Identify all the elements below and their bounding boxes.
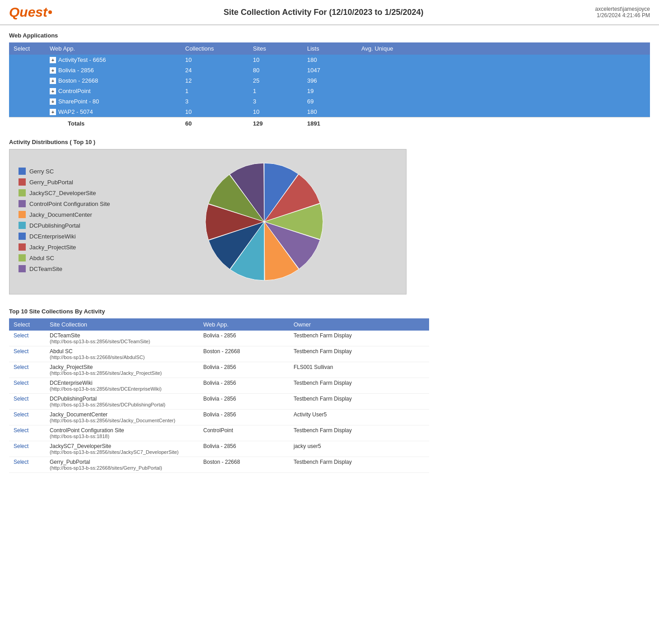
top10-webapp-cell: Bolivia - 2856 bbox=[199, 410, 289, 425]
totals-label: Totals bbox=[45, 117, 181, 130]
webapp-row-select bbox=[9, 55, 45, 65]
legend-label: DCEnterpriseWiki bbox=[29, 233, 76, 240]
user-info: axcelertest\jamesjoyce 1/26/2024 4:21:46… bbox=[595, 6, 650, 19]
top10-owner-cell: Testbench Farm Display bbox=[289, 425, 429, 441]
totals-avg bbox=[357, 117, 650, 130]
legend-item: DCPublishingPortal bbox=[19, 222, 118, 229]
select-link[interactable]: Select bbox=[14, 411, 28, 418]
top10-owner-cell: Testbench Farm Display bbox=[289, 346, 429, 362]
webapp-row-name: +Boston - 22668 bbox=[45, 75, 181, 86]
site-name: DCPublishingPortal bbox=[50, 396, 194, 402]
webapp-row-sites: 10 bbox=[248, 107, 303, 117]
webapp-row-collections: 10 bbox=[181, 107, 248, 117]
top10-owner-cell: Testbench Farm Display bbox=[289, 394, 429, 410]
top10-col-owner: Owner bbox=[289, 318, 429, 331]
site-name: ControlPoint Configuration Site bbox=[50, 427, 194, 434]
webapp-row-lists: 180 bbox=[303, 107, 357, 117]
legend-color bbox=[19, 233, 26, 240]
select-link[interactable]: Select bbox=[14, 380, 28, 386]
select-link[interactable]: Select bbox=[14, 443, 28, 449]
webapp-row-avg bbox=[357, 55, 650, 65]
select-link[interactable]: Select bbox=[14, 459, 28, 465]
legend-item: Gerry SC bbox=[19, 168, 118, 175]
expand-icon[interactable]: + bbox=[50, 57, 56, 63]
web-apps-header-row: Select Web App. Collections Sites Lists … bbox=[9, 42, 650, 55]
site-name: Abdul SC bbox=[50, 348, 194, 355]
top10-select-cell: Select bbox=[9, 394, 45, 410]
select-link[interactable]: Select bbox=[14, 364, 28, 370]
site-url: (http://bos-sp13-b-ss:2856/sites/Jacky_P… bbox=[50, 370, 194, 376]
webapp-row-lists: 396 bbox=[303, 75, 357, 86]
top10-row: Select JackySC7_DeveloperSite (http://bo… bbox=[9, 441, 429, 457]
legend-label: ControlPoint Configuration Site bbox=[29, 201, 110, 207]
select-link[interactable]: Select bbox=[14, 348, 28, 355]
legend-label: Jacky_ProjectSite bbox=[29, 244, 76, 251]
col-collections: Collections bbox=[181, 42, 248, 55]
webapp-row-lists: 19 bbox=[303, 86, 357, 96]
top10-webapp-cell: Bolivia - 2856 bbox=[199, 394, 289, 410]
expand-icon[interactable]: + bbox=[50, 78, 56, 84]
site-url: (http://bos-sp13-b-ss:22668/sites/Gerry_… bbox=[50, 465, 194, 471]
totals-empty bbox=[9, 117, 45, 130]
pie-chart-wrapper bbox=[131, 159, 397, 285]
legend-item: JackySC7_DeveloperSite bbox=[19, 189, 118, 196]
webapp-row-name: +ActivityTest - 6656 bbox=[45, 55, 181, 65]
legend-color bbox=[19, 200, 26, 207]
top10-select-cell: Select bbox=[9, 346, 45, 362]
top10-webapp-cell: Bolivia - 2856 bbox=[199, 362, 289, 378]
top10-owner-cell: FLS001 Sullivan bbox=[289, 362, 429, 378]
webapp-row-select bbox=[9, 86, 45, 96]
legend-color bbox=[19, 168, 26, 175]
expand-icon[interactable]: + bbox=[50, 98, 56, 105]
legend-item: DCEnterpriseWiki bbox=[19, 233, 118, 240]
webapp-row-select bbox=[9, 75, 45, 86]
legend-item: Gerry_PubPortal bbox=[19, 178, 118, 186]
top10-select-cell: Select bbox=[9, 378, 45, 394]
chart-legend: Gerry SC Gerry_PubPortal JackySC7_Develo… bbox=[19, 168, 118, 276]
legend-label: DCTeamSite bbox=[29, 266, 62, 272]
top10-site-cell: DCEnterpriseWiki (http://bos-sp13-b-ss:2… bbox=[45, 378, 199, 394]
page-title: Site Collection Activity For (12/10/2023… bbox=[52, 8, 595, 17]
top10-webapp-cell: Boston - 22668 bbox=[199, 457, 289, 473]
col-lists: Lists bbox=[303, 42, 357, 55]
top10-col-select: Select bbox=[9, 318, 45, 331]
webapp-row-collections: 3 bbox=[181, 96, 248, 107]
legend-label: JackySC7_DeveloperSite bbox=[29, 190, 96, 196]
webapp-row: +WAP2 - 5074 10 10 180 bbox=[9, 107, 650, 117]
site-name: JackySC7_DeveloperSite bbox=[50, 443, 194, 449]
legend-item: ControlPoint Configuration Site bbox=[19, 200, 118, 207]
web-apps-table: Select Web App. Collections Sites Lists … bbox=[9, 42, 650, 130]
expand-icon[interactable]: + bbox=[50, 109, 56, 115]
chart-title: Activity Distributions ( Top 10 ) bbox=[9, 139, 650, 145]
top10-select-cell: Select bbox=[9, 441, 45, 457]
webapp-row-lists: 180 bbox=[303, 55, 357, 65]
top10-header-row: Select Site Collection Web App. Owner bbox=[9, 318, 429, 331]
webapp-row-sites: 3 bbox=[248, 96, 303, 107]
top10-section: Top 10 Site Collections By Activity Sele… bbox=[9, 308, 650, 473]
expand-icon[interactable]: + bbox=[50, 67, 56, 74]
webapp-row: +ControlPoint 1 1 19 bbox=[9, 86, 650, 96]
username: axcelertest\jamesjoyce bbox=[595, 6, 650, 12]
top10-row: Select Abdul SC (http://bos-sp13-b-ss:22… bbox=[9, 346, 429, 362]
legend-item: Jacky_ProjectSite bbox=[19, 243, 118, 251]
legend-color bbox=[19, 189, 26, 196]
top10-webapp-cell: Bolivia - 2856 bbox=[199, 331, 289, 346]
select-link[interactable]: Select bbox=[14, 427, 28, 434]
expand-icon[interactable]: + bbox=[50, 88, 56, 94]
legend-color bbox=[19, 178, 26, 186]
top10-select-cell: Select bbox=[9, 331, 45, 346]
legend-label: Abdul SC bbox=[29, 255, 54, 261]
top10-select-cell: Select bbox=[9, 457, 45, 473]
legend-label: Jacky_DocumentCenter bbox=[29, 211, 92, 218]
top10-owner-cell: Testbench Farm Display bbox=[289, 457, 429, 473]
top10-site-cell: Jacky_DocumentCenter (http://bos-sp13-b-… bbox=[45, 410, 199, 425]
top10-row: Select DCEnterpriseWiki (http://bos-sp13… bbox=[9, 378, 429, 394]
webapp-row-avg bbox=[357, 86, 650, 96]
webapp-row-select bbox=[9, 96, 45, 107]
select-link[interactable]: Select bbox=[14, 396, 28, 402]
select-link[interactable]: Select bbox=[14, 332, 28, 339]
webapp-row-name: +WAP2 - 5074 bbox=[45, 107, 181, 117]
main-content: Web Applications Select Web App. Collect… bbox=[0, 25, 659, 489]
site-name: Jacky_ProjectSite bbox=[50, 364, 194, 370]
webapp-totals-row: Totals 60 129 1891 bbox=[9, 117, 650, 130]
